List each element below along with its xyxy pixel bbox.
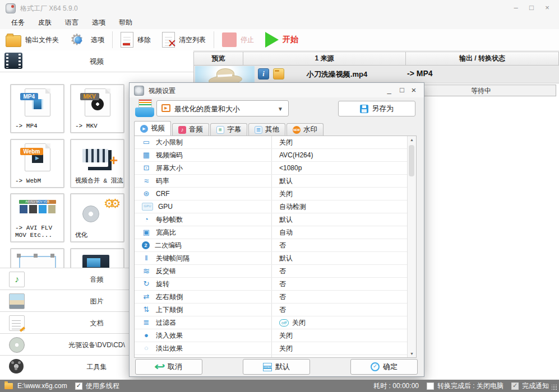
output-path[interactable]: E:\www.x6g.com (17, 382, 67, 390)
setting-value-cell[interactable]: 否 (272, 291, 416, 303)
queue-row[interactable]: 小刀洗澡视频.mp4 -> MP4 (194, 66, 559, 83)
setting-row[interactable]: ≣过滤器off关闭 (135, 316, 416, 329)
setting-row[interactable]: ◔每秒帧数默认 (135, 213, 416, 226)
start-label: 开始 (283, 35, 298, 45)
scroll-up-icon[interactable]: ▲ (408, 138, 416, 142)
menu-item-options[interactable]: 选项 (85, 16, 112, 29)
setting-value-cell[interactable]: 否 (272, 239, 416, 251)
menu-item-language[interactable]: 语言 (58, 16, 85, 29)
clear-list-icon (162, 32, 175, 48)
other-tab-icon: ≣ (255, 126, 262, 134)
tile-label: 优化 (75, 232, 87, 239)
tab-subtitle[interactable]: ≡字幕 (210, 123, 247, 136)
clear-list-button[interactable]: 清空列表 (156, 30, 211, 49)
setting-row[interactable]: ↻旋转否 (135, 278, 416, 291)
tab-label: 水印 (303, 125, 317, 134)
setting-value-cell[interactable]: 自动 (272, 226, 416, 239)
setting-value-cell[interactable]: 否 (272, 304, 416, 316)
setting-value-cell[interactable]: 默认 (272, 175, 416, 187)
close-button[interactable]: × (541, 3, 553, 13)
tile-video-merge[interactable]: 视频合并 & 混流 (70, 139, 124, 188)
info-icon[interactable] (258, 68, 269, 80)
setting-row[interactable]: ⇄左右颠倒否 (135, 291, 416, 304)
menu-item-task[interactable]: 任务 (4, 16, 31, 29)
setting-value-cell[interactable]: 默认 (272, 252, 416, 264)
start-button[interactable]: 开始 (260, 30, 304, 49)
toolbar-separator (112, 31, 113, 48)
setting-value-cell[interactable]: off关闭 (272, 316, 416, 329)
setting-value-cell[interactable]: 关闭 (272, 355, 416, 358)
setting-row[interactable]: ⊡屏幕大小<1080p (135, 162, 416, 175)
minimize-button[interactable]: – (510, 3, 522, 13)
dialog-close-button[interactable]: × (408, 85, 419, 95)
setting-value-cell[interactable]: 关闭 (272, 136, 416, 148)
preset-dropdown[interactable]: 最优化的质量和大小 ▼ (156, 100, 289, 116)
setting-row[interactable]: 2二次编码否 (135, 239, 416, 252)
shutdown-checkbox[interactable] (427, 382, 434, 390)
setting-row[interactable]: ▢防抖 (白金功能)关闭 (135, 355, 416, 358)
tile-mp4[interactable]: MP4-> MP4 (10, 84, 64, 133)
setting-value-cell[interactable]: 自动检测 (272, 200, 416, 213)
setting-row[interactable]: ⊛CRF关闭 (135, 188, 416, 200)
setting-row[interactable]: ▦视频编码AVC(H264) (135, 149, 416, 162)
scrollbar[interactable]: ▲ ▼ (407, 136, 416, 357)
remove-button[interactable]: 移除 (115, 30, 156, 49)
setting-value-cell[interactable]: 关闭 (272, 188, 416, 200)
tile-partial[interactable] (70, 248, 124, 268)
dialog-minimize-button[interactable]: _ (384, 85, 395, 95)
maximize-button[interactable]: □ (525, 3, 538, 13)
tab-video[interactable]: ▶视频 (134, 121, 171, 136)
setting-row[interactable]: ○淡出效果关闭 (135, 342, 416, 355)
notify-checkbox[interactable] (511, 382, 519, 390)
chip-icon: ▦ (142, 151, 151, 160)
setting-row[interactable]: ‖关键帧间隔默认 (135, 252, 416, 265)
options-button[interactable]: 选项 (64, 30, 110, 49)
cancel-button[interactable]: ↩ 取消 (135, 359, 202, 375)
default-button[interactable]: 默认 (243, 359, 310, 375)
tile-multi-format[interactable]: -> AVI FLV MOV Etc... (10, 193, 64, 242)
setting-value-cell[interactable]: AVC(H264) (272, 149, 416, 161)
stop-button[interactable]: 停止 (216, 30, 260, 49)
multithread-checkbox[interactable] (75, 382, 82, 390)
settings-table: ▭大小限制关闭▦视频编码AVC(H264)⊡屏幕大小<1080p≈码率默认⊛CR… (134, 136, 417, 358)
sidebar-item-document[interactable]: 文档 (0, 311, 130, 333)
setting-row[interactable]: ≈码率默认 (135, 175, 416, 188)
sidebar-item-disc[interactable]: 光驱设备\DVD\CD\ (0, 333, 130, 355)
setting-value-cell[interactable]: 否 (272, 265, 416, 277)
tab-other[interactable]: ≣其他 (248, 123, 285, 136)
dialog-maximize-button[interactable]: □ (396, 85, 408, 95)
setting-value-cell[interactable]: 否 (272, 278, 416, 290)
output-folder-button[interactable]: 输出文件夹 (0, 30, 64, 49)
scroll-down-icon[interactable]: ▼ (408, 352, 416, 356)
sidebar-item-audio[interactable]: 音频 (0, 268, 130, 290)
tile-label: -> AVI FLV MOV Etc... (15, 225, 52, 239)
resize-grip[interactable] (552, 385, 557, 390)
setting-row[interactable]: ●淡入效果关闭 (135, 329, 416, 342)
setting-value-cell[interactable]: <1080p (272, 162, 416, 174)
setting-value-cell[interactable]: 关闭 (272, 342, 416, 354)
output-path-folder-icon[interactable] (4, 383, 13, 389)
scroll-thumb[interactable] (409, 145, 414, 176)
menu-item-skin[interactable]: 皮肤 (31, 16, 58, 29)
menu-item-help[interactable]: 帮助 (112, 16, 139, 29)
tile-optimize[interactable]: 优化 (70, 193, 124, 242)
tile-label: -> MP4 (15, 123, 38, 130)
tile-partial[interactable] (10, 248, 64, 268)
sidebar-section-video[interactable]: 视频 (0, 50, 193, 72)
sidebar-item-toolkit[interactable]: 工具集 (0, 355, 130, 377)
setting-row[interactable]: ≋反交错否 (135, 265, 416, 278)
dialog-footer: ↩ 取消 默认 确定 (130, 359, 424, 376)
setting-row[interactable]: ⇅上下颠倒否 (135, 304, 416, 316)
ok-button[interactable]: 确定 (350, 359, 418, 375)
sidebar-item-picture[interactable]: 图片 (0, 290, 130, 311)
setting-row[interactable]: ▭大小限制关闭 (135, 136, 416, 149)
tile-mkv[interactable]: MKV-> MKV (70, 84, 124, 133)
tile-webm[interactable]: Webm-> WebM (10, 139, 64, 188)
setting-row[interactable]: GPUGPU自动检测 (135, 200, 416, 213)
setting-value-cell[interactable]: 关闭 (272, 329, 416, 342)
setting-value-cell[interactable]: 默认 (272, 213, 416, 226)
tab-audio[interactable]: ♪音频 (172, 123, 209, 136)
save-as-button[interactable]: 另存为 (338, 101, 415, 116)
setting-row[interactable]: ▣宽高比自动 (135, 226, 416, 239)
tab-watermark[interactable]: NEW水印 (287, 123, 324, 136)
